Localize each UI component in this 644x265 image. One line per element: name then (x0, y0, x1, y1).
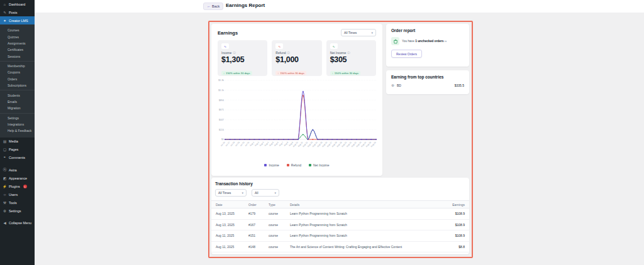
wp-admin-sidebar: ⌂Dashboard✎Posts✦Creator LMSCoursesQuizz… (0, 0, 35, 265)
submenu-item-coupons[interactable]: Coupons (0, 69, 35, 75)
stat-label: Net Incomeⓘ (330, 51, 372, 55)
transactions-time-filter-value: All Times (218, 191, 231, 195)
transactions-table: DateOrderTypeDetailsEarningsAug 13, 2025… (211, 200, 469, 252)
stat-trend-badge: ↑150% within 30 days (330, 71, 361, 75)
chevron-down-icon: ▾ (242, 191, 243, 195)
submenu-item-courses[interactable]: Courses (0, 27, 35, 33)
sidebar-item-dashboard[interactable]: ⌂Dashboard (0, 0, 35, 8)
sidebar-item-creator-lms[interactable]: ✦Creator LMS (0, 16, 35, 24)
stat-trend-text: 150% within 30 days (226, 72, 250, 75)
sidebar-item-users[interactable]: ☺Users (0, 191, 35, 199)
sidebar-item-media[interactable]: ▤Media (0, 138, 35, 146)
sidebar-item-label: Collapse Menu (9, 221, 31, 225)
cell-date: Aug 11, 2025 (216, 245, 248, 249)
info-icon: ⓘ (287, 51, 290, 55)
stat-value: $1,000 (275, 55, 318, 64)
order-msg-suffix: ›› (444, 40, 447, 43)
sidebar-item-collapse-menu[interactable]: ◀Collapse Menu (0, 219, 35, 227)
sidebar-item-label: Plugins (9, 185, 20, 188)
series-line-income (225, 92, 376, 139)
legend-item-net-income: Net Income (309, 163, 330, 167)
dashboard-icon: ⌂ (3, 3, 7, 6)
back-button-label: Back (212, 4, 219, 8)
transactions-type-filter[interactable]: All ▾ (252, 189, 279, 197)
submenu-item-students[interactable]: Students (0, 92, 35, 98)
sidebar-item-label: Creator LMS (9, 19, 28, 23)
sidebar-item-settings[interactable]: ⚙Settings (0, 207, 35, 215)
sidebar-item-posts[interactable]: ✎Posts (0, 8, 35, 16)
sidebar-item-label: Media (9, 139, 18, 143)
sidebar-item-pages[interactable]: ▢Pages (0, 146, 35, 154)
table-row[interactable]: Aug 13, 2025#167courseLearn Python Progr… (211, 220, 469, 231)
submenu-item-assignments[interactable]: Assignments (0, 40, 35, 46)
sidebar-item-label: Comments (9, 156, 25, 160)
cell-type: course (269, 212, 290, 215)
cell-order: #179 (248, 212, 269, 215)
settings-icon: ⚙ (3, 209, 7, 213)
earnings-card: Earnings All Times ▾ ∿Incomeⓘ$1,305↑150%… (211, 24, 382, 176)
cell-order: #151 (248, 234, 269, 237)
country-row: ⊕ BD $335.5 (391, 83, 464, 87)
svg-text:Aug 26: Aug 26 (370, 141, 376, 148)
stat-value: $305 (330, 55, 372, 64)
order-report-card: Order report You have 1 unchecked orders… (386, 24, 469, 67)
submenu-item-integrations[interactable]: Integrations (0, 121, 35, 127)
legend-label: Refund (291, 163, 301, 167)
cell-type: course (269, 223, 290, 227)
submenu-item-subscriptions[interactable]: Subscriptions (0, 82, 35, 89)
up-arrow-icon: ↑ (332, 72, 333, 75)
table-row[interactable]: Aug 11, 2025#151courseLearn Python Progr… (211, 230, 469, 242)
pulse-icon: ∿ (275, 43, 283, 49)
chart-legend: IncomeRefundNet Income (211, 163, 382, 167)
cell-order: #167 (248, 223, 269, 227)
stat-label-text: Income (221, 51, 231, 55)
submenu-item-quizzes[interactable]: Quizzes (0, 33, 35, 40)
country-earning-amount: $335.5 (455, 84, 464, 87)
sidebar-item-appearance[interactable]: ◩Appearance (0, 175, 35, 183)
users-icon: ☺ (3, 193, 7, 197)
creator-lms-icon: ✦ (3, 19, 7, 23)
table-row[interactable]: Aug 13, 2025#179courseLearn Python Progr… (211, 208, 469, 220)
earnings-stats-row: ∿Incomeⓘ$1,305↑150% within 30 days∿Refun… (211, 39, 382, 76)
review-orders-button[interactable]: Review Orders (391, 50, 422, 58)
earnings-time-filter[interactable]: All Times ▾ (341, 29, 376, 36)
submenu-item-settings[interactable]: Settings (0, 115, 35, 121)
submenu-item-sessions[interactable]: Sessions (0, 53, 35, 60)
sidebar-item-plugins[interactable]: ⚡Plugins1 (0, 183, 35, 191)
sidebar-item-label: Tools (9, 201, 17, 205)
pulse-icon: ∿ (221, 43, 229, 49)
stat-card-income: ∿Incomeⓘ$1,305↑150% within 30 days (218, 40, 267, 76)
back-button[interactable]: ← Back (203, 3, 223, 10)
column-header-date: Date (216, 203, 248, 207)
legend-swatch (287, 164, 289, 166)
back-arrow-icon: ← (207, 4, 211, 8)
cell-date: Aug 13, 2025 (216, 212, 248, 215)
svg-text:$447: $447 (219, 119, 224, 121)
sidebar-item-label: Users (9, 193, 18, 197)
stat-card-refund: ∿Refundⓘ$1,000↑150% within 30 days (272, 40, 321, 76)
cell-earnings: $8.8 (430, 245, 465, 249)
sidebar-item-comments[interactable]: ❝Comments (0, 154, 35, 162)
submenu-item-migration[interactable]: Migration (0, 105, 35, 111)
column-header-details: Details (290, 203, 430, 207)
appearance-icon: ◩ (3, 176, 7, 180)
submenu-group: MembershipCouponsOrdersSubscriptions (0, 61, 35, 90)
table-row[interactable]: Aug 11, 2025#148courseThe Art and Scienc… (211, 242, 469, 253)
transactions-time-filter[interactable]: All Times ▾ (215, 189, 247, 197)
submenu-item-membership[interactable]: Membership (0, 63, 35, 69)
stat-label: Refundⓘ (275, 51, 318, 55)
earnings-title: Earnings (218, 30, 238, 36)
plugins-update-badge: 1 (23, 185, 27, 188)
up-arrow-icon: ↑ (277, 72, 279, 75)
svg-text:Jul 30: Jul 30 (240, 141, 245, 147)
submenu-item-help-feedback[interactable]: Help & Feedback (0, 127, 35, 134)
order-msg-prefix: You have (402, 40, 415, 43)
submenu-item-orders[interactable]: Orders (0, 76, 35, 82)
sidebar-item-astra[interactable]: ⒶAstra (0, 166, 35, 175)
submenu-item-certificates[interactable]: Certificates (0, 46, 35, 53)
submenu-item-emails[interactable]: Emails (0, 99, 35, 105)
sidebar-item-tools[interactable]: ⚒Tools (0, 199, 35, 207)
submenu-group: SettingsIntegrationsHelp & Feedback (0, 113, 35, 136)
svg-text:Jul 28: Jul 28 (230, 141, 235, 147)
cell-earnings: $108.9 (430, 234, 465, 237)
